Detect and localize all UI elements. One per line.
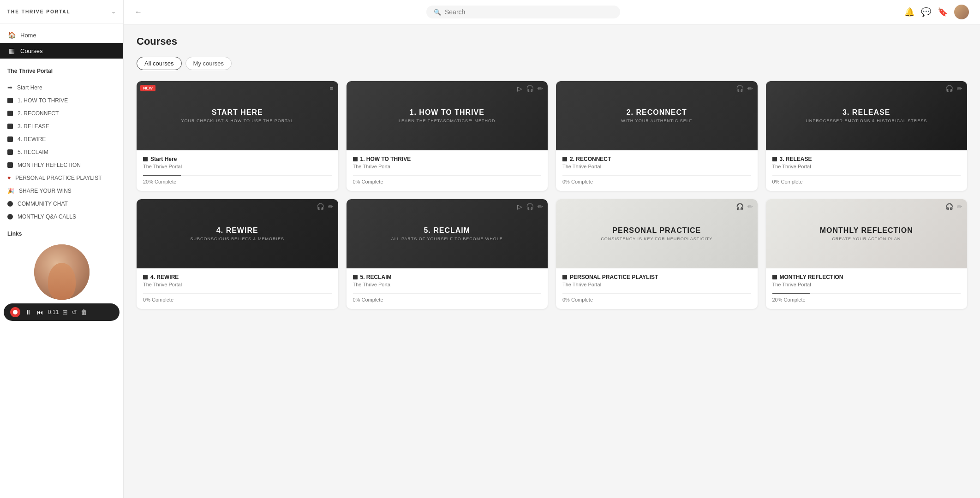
course-card-reclaim[interactable]: ▷ 🎧 ✏ 5. RECLAIM ALL PARTS OF YOURSELF T… [347, 199, 548, 309]
progress-bar [562, 293, 751, 294]
thumb-subtitle: YOUR CHECKLIST & HOW TO USE THE PORTAL [181, 119, 293, 123]
course-icon [772, 275, 777, 279]
headphones-icon: 🎧 [736, 203, 744, 210]
course-thumbnail: 🎧 ✏ MONTHLY REFLECTION CREATE YOUR ACTIO… [766, 199, 968, 268]
course-card-personal-practice[interactable]: 🎧 ✏ PERSONAL PRACTICE CONSISTENCY IS KEY… [556, 199, 758, 309]
course-card-rewire[interactable]: 🎧 ✏ 4. REWIRE SUBCONSCIOUS BELIEFS & MEM… [137, 199, 338, 309]
thumb-title: 3. RELEASE [843, 108, 890, 117]
course-thumbnail: 🎧 ✏ 4. REWIRE SUBCONSCIOUS BELIEFS & MEM… [137, 199, 338, 268]
delete-button[interactable]: 🗑 [81, 308, 87, 316]
course-thumbnail: 🎧 ✏ PERSONAL PRACTICE CONSISTENCY IS KEY… [556, 199, 758, 268]
course-icon [353, 275, 358, 279]
progress-label: 20% Complete [772, 297, 961, 302]
course-title: MONTHLY REFLECTION [772, 274, 961, 280]
course-thumbnail: NEW ≡ START HERE YOUR CHECKLIST & HOW TO… [137, 81, 338, 150]
sidebar-item-release[interactable]: 3. RELEASE [0, 120, 123, 133]
course-card-start-here[interactable]: NEW ≡ START HERE YOUR CHECKLIST & HOW TO… [137, 81, 338, 191]
progress-label: 0% Complete [562, 179, 751, 184]
course-title: 2. RECONNECT [562, 156, 751, 162]
course-card-release[interactable]: 🎧 ✏ 3. RELEASE UNPROCESSED EMOTIONS & HI… [766, 81, 968, 191]
sidebar-item-how-to-thrive[interactable]: 1. HOW TO THRIVE [0, 94, 123, 107]
notifications-icon[interactable]: 🔔 [904, 7, 914, 17]
headphones-icon: 🎧 [945, 203, 953, 210]
sidebar-section-title: The Thrive Portal [0, 62, 123, 77]
progress-label: 0% Complete [353, 297, 542, 302]
filter-my-courses[interactable]: My courses [185, 57, 232, 70]
sidebar-item-rewire[interactable]: 4. REWIRE [0, 133, 123, 146]
sidebar-home-label: Home [20, 32, 36, 39]
sidebar-item-monthly-reflection[interactable]: MONTHLY REFLECTION [0, 159, 123, 172]
sidebar-logo: THE THRIVE PORTAL [7, 9, 71, 14]
course-thumbnail: 🎧 ✏ 3. RELEASE UNPROCESSED EMOTIONS & HI… [766, 81, 968, 150]
sidebar-item-share-wins[interactable]: 🎉 SHARE YOUR WINS [0, 184, 123, 197]
courses-grid: NEW ≡ START HERE YOUR CHECKLIST & HOW TO… [137, 81, 967, 309]
rewire-icon [7, 136, 13, 142]
sidebar-item-courses[interactable]: ▦ Courses [0, 43, 123, 59]
course-card-monthly-reflection[interactable]: 🎧 ✏ MONTHLY REFLECTION CREATE YOUR ACTIO… [766, 199, 968, 309]
course-org: The Thrive Portal [353, 164, 542, 169]
headphones-icon: 🎧 [526, 85, 534, 92]
course-card-how-to-thrive[interactable]: ▷ 🎧 ✏ 1. HOW TO THRIVE LEARN THE THETASO… [347, 81, 548, 191]
progress-bar [772, 175, 961, 176]
user-avatar[interactable] [954, 5, 969, 19]
reconnect-icon [7, 111, 13, 116]
progress-bar [562, 175, 751, 176]
progress-label: 0% Complete [772, 179, 961, 184]
party-icon: 🎉 [7, 188, 14, 194]
refresh-button[interactable]: ↺ [72, 308, 77, 316]
course-icon [143, 275, 148, 279]
monthly-reflection-icon [7, 162, 13, 168]
sidebar-links-label: Links [0, 227, 123, 241]
sidebar-item-community-chat[interactable]: COMMUNITY CHAT [0, 197, 123, 210]
reclaim-label: 5. RECLAIM [18, 149, 48, 155]
search-icon: 🔍 [434, 9, 441, 16]
sidebar-item-reclaim[interactable]: 5. RECLAIM [0, 146, 123, 159]
card-body: 5. RECLAIM The Thrive Portal 0% Complete [347, 268, 548, 309]
thumb-subtitle: ALL PARTS OF YOURSELF TO BECOME WHOLE [391, 237, 503, 241]
course-org: The Thrive Portal [353, 282, 542, 287]
card-thumb-icons: ≡ [329, 85, 333, 92]
pause-button[interactable]: ⏸ [24, 308, 32, 317]
sidebar-chevron-icon[interactable]: ⌄ [111, 8, 116, 15]
course-icon [562, 275, 567, 279]
thumb-title: 2. RECONNECT [627, 108, 687, 117]
sidebar-item-personal-practice[interactable]: ♥ PERSONAL PRACTICE PLAYLIST [0, 172, 123, 184]
start-here-icon: ➡ [7, 84, 12, 91]
thumb-title: 5. RECLAIM [424, 226, 470, 235]
play-icon: ▷ [517, 203, 522, 210]
bookmarks-icon[interactable]: 🔖 [938, 7, 948, 17]
record-button[interactable] [10, 307, 20, 317]
share-wins-label: SHARE YOUR WINS [19, 188, 72, 194]
course-icon [772, 157, 777, 161]
video-player-bar: ⏸ ⏮ 0:11 ⊞ ↺ 🗑 [4, 303, 120, 321]
course-org: The Thrive Portal [143, 282, 332, 287]
search-bar[interactable]: 🔍 [426, 6, 620, 18]
course-thumbnail: ▷ 🎧 ✏ 1. HOW TO THRIVE LEARN THE THETASO… [347, 81, 548, 150]
sidebar-item-start-here[interactable]: ➡ Start Here [0, 81, 123, 94]
card-body: Start Here The Thrive Portal 20% Complet… [137, 150, 338, 191]
filter-all-courses[interactable]: All courses [137, 57, 182, 70]
sidebar-item-reconnect[interactable]: 2. RECONNECT [0, 107, 123, 120]
course-card-reconnect[interactable]: 🎧 ✏ 2. RECONNECT WITH YOUR AUTHENTIC SEL… [556, 81, 758, 191]
progress-label: 0% Complete [143, 297, 332, 302]
topbar-left: ← [135, 8, 142, 16]
rewind-button[interactable]: ⏮ [36, 308, 44, 317]
community-chat-icon [7, 201, 13, 207]
video-avatar [34, 244, 90, 300]
edit-icon: ✏ [538, 203, 543, 210]
sidebar-item-home[interactable]: 🏠 Home [0, 27, 123, 43]
monthly-reflection-label: MONTHLY REFLECTION [18, 162, 81, 168]
thumb-subtitle: UNPROCESSED EMOTIONS & HISTORICAL STRESS [806, 119, 927, 123]
grid-button[interactable]: ⊞ [62, 308, 68, 316]
messages-icon[interactable]: 💬 [921, 7, 931, 17]
search-input[interactable] [445, 8, 613, 16]
progress-bar [143, 175, 332, 176]
course-thumbnail: ▷ 🎧 ✏ 5. RECLAIM ALL PARTS OF YOURSELF T… [347, 199, 548, 268]
course-title: PERSONAL PRACTICE PLAYLIST [562, 274, 751, 280]
progress-fill [772, 293, 810, 294]
edit-icon: ✏ [957, 203, 962, 210]
back-icon: ← [135, 8, 142, 16]
course-title: 3. RELEASE [772, 156, 961, 162]
sidebar-item-qa-calls[interactable]: MONTHLY Q&A CALLS [0, 210, 123, 223]
page-title: Courses [137, 36, 967, 47]
